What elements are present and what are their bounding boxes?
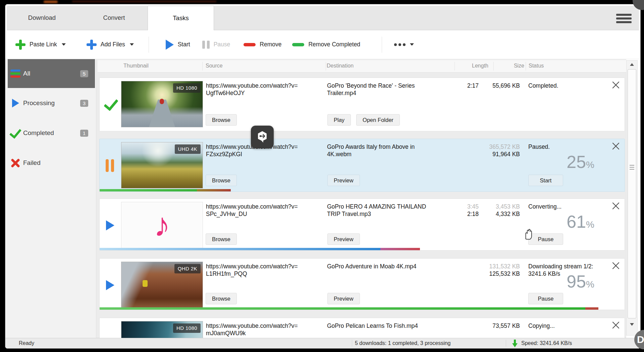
close-row-button[interactable] xyxy=(611,81,621,90)
tab-download[interactable]: Download xyxy=(10,6,74,30)
paste-link-button[interactable]: Paste Link xyxy=(15,40,57,50)
background-artifact xyxy=(72,1,216,2)
source-url-line2: SPc_JVHw_DU xyxy=(206,210,323,218)
scroll-up-icon[interactable] xyxy=(630,63,634,66)
destination-line1: GoPro Adventure in Moab 4K.mp4 xyxy=(327,263,431,270)
toolbar: Paste Link Add Files Start Pause Remove … xyxy=(5,30,640,59)
remove-completed-button[interactable]: Remove Completed xyxy=(292,41,360,48)
thumbnail: ♪ xyxy=(121,202,203,248)
check-icon xyxy=(8,128,23,138)
destination-line1: GoPro Awards Italy from Above in xyxy=(327,143,431,150)
destination-cell: GoPro 'Beyond the Race' - Series Trailer… xyxy=(327,82,431,97)
hand-cursor-icon xyxy=(523,227,534,240)
status-action-button[interactable]: Start xyxy=(528,175,563,186)
browse-button[interactable]: Browse xyxy=(206,233,237,245)
browse-button[interactable]: Browse xyxy=(206,175,237,186)
destination-cell: GoPro Pelican Learns To Fish.mp4 xyxy=(327,322,431,329)
close-row-button[interactable] xyxy=(611,202,621,211)
add-files-button[interactable]: Add Files xyxy=(87,40,125,50)
play-icon xyxy=(8,99,23,107)
table-header: Thumbnail Source Destination Length Size… xyxy=(98,60,626,73)
destination-cell: GoPro Adventure in Moab 4K.mp4 xyxy=(327,263,431,270)
column-source: Source xyxy=(206,63,223,69)
sidebar-item-completed[interactable]: Completed 1 xyxy=(8,121,95,145)
sidebar-item-label: All xyxy=(23,70,30,77)
destination-line1: GoPro 'Beyond the Race' - Series xyxy=(327,82,431,89)
quality-badge: HD 1080 xyxy=(173,83,201,93)
preview-button[interactable]: Preview xyxy=(327,175,360,186)
source-url-line2: mJ0amQWU9k xyxy=(206,329,323,337)
size-cell: 131,532 KB125,532 KB xyxy=(475,263,520,277)
length-cell: 2:17 xyxy=(435,82,479,89)
preview-button[interactable]: Preview xyxy=(327,293,360,304)
remove-completed-icon xyxy=(292,43,304,46)
task-row[interactable]: QHD 2K https://www.youtube.com/watch?v= … xyxy=(99,258,625,310)
browse-button[interactable]: Browse xyxy=(206,114,237,126)
destination-buttons: PlayOpen Folder xyxy=(327,114,400,131)
more-dropdown-icon xyxy=(410,43,414,46)
source-url-line1: https://www.youtube.com/watch?v= xyxy=(206,203,323,210)
pause-icon xyxy=(202,41,210,49)
sidebar-item-processing[interactable]: Processing 3 xyxy=(8,91,95,115)
sidebar-item-failed[interactable]: Failed xyxy=(8,151,95,175)
progress-percent: 25% xyxy=(526,152,594,171)
task-row[interactable]: UHD 4K https://www.youtube.com/watch?v= … xyxy=(99,139,625,192)
scrollbar-thumb[interactable] xyxy=(628,69,636,318)
close-row-button[interactable] xyxy=(611,142,621,151)
scrollbar-grip-icon xyxy=(630,165,634,170)
all-filter-icon xyxy=(8,70,23,78)
play-button[interactable]: Play xyxy=(327,114,351,126)
tab-tasks[interactable]: Tasks xyxy=(148,6,214,30)
close-row-button[interactable] xyxy=(611,321,621,330)
start-label: Start xyxy=(178,41,190,48)
plus-icon xyxy=(15,40,25,50)
pause-state-icon xyxy=(104,157,120,175)
status-action-button[interactable]: Pause xyxy=(528,293,563,304)
tab-convert[interactable]: Convert xyxy=(82,6,146,30)
source-url-line1: https://www.youtube.com/watch?v= xyxy=(206,322,323,329)
source-url-line2: FZsxz9ZpKGI xyxy=(206,150,323,158)
source-cell: https://www.youtube.com/watch?v= mJ0amQW… xyxy=(206,322,323,337)
column-thumbnail: Thumbnail xyxy=(123,63,149,69)
paste-link-dropdown-icon[interactable] xyxy=(62,43,66,46)
preview-button[interactable]: Preview xyxy=(327,233,360,245)
add-files-dropdown-icon[interactable] xyxy=(130,43,134,46)
ready-status: Ready xyxy=(19,340,34,346)
play-state-icon xyxy=(104,276,120,294)
sidebar-item-all[interactable]: All 5 xyxy=(8,59,95,88)
size-cell: 3,453 KB4,332 KB xyxy=(475,203,520,218)
task-row[interactable]: HD 1080 https://www.youtube.com/watch?v=… xyxy=(99,78,625,131)
open-folder-button[interactable]: Open Folder xyxy=(356,114,400,126)
tab-strip: Download Convert Tasks xyxy=(7,6,639,30)
toolbar-separator xyxy=(382,37,382,53)
sidebar-item-label: Failed xyxy=(23,159,41,167)
browse-button[interactable]: Browse xyxy=(206,293,237,304)
status-cell: Copying... xyxy=(528,322,621,329)
task-row[interactable]: ♪ https://www.youtube.com/watch?v= SPc_J… xyxy=(99,199,625,251)
thumbnail: HD 1080 xyxy=(121,81,203,127)
hamburger-menu-icon[interactable] xyxy=(616,14,632,23)
remove-button[interactable]: Remove xyxy=(244,41,281,48)
pause-button[interactable]: Pause xyxy=(202,41,230,49)
destination-cell: GoPro Awards Italy from Above in 4K.webm xyxy=(327,143,431,158)
app-window: Download Convert Tasks Paste Link Add Fi… xyxy=(5,4,641,349)
scroll-down-icon[interactable] xyxy=(630,323,634,326)
more-actions-button[interactable] xyxy=(394,43,414,46)
check-state-icon xyxy=(104,95,120,114)
size-cell: 365,572 KB91,964 KB xyxy=(475,143,520,158)
toolbar-separator xyxy=(149,37,149,53)
column-length: Length xyxy=(448,63,488,69)
start-button[interactable]: Start xyxy=(166,40,190,50)
pause-label: Pause xyxy=(214,41,230,48)
vertical-scrollbar[interactable] xyxy=(626,60,638,336)
play-state-icon xyxy=(104,216,120,234)
progress-percent: 95% xyxy=(526,272,594,291)
close-row-button[interactable] xyxy=(611,261,621,271)
count-badge: 3 xyxy=(80,100,88,107)
status-cell: Converting... xyxy=(528,203,621,210)
progress-bar xyxy=(100,248,625,250)
tab-label: Convert xyxy=(103,14,125,21)
size-cell: 55,696 KB xyxy=(475,82,520,89)
progress-bar xyxy=(100,307,625,310)
thumbnail: QHD 2K xyxy=(121,262,203,308)
